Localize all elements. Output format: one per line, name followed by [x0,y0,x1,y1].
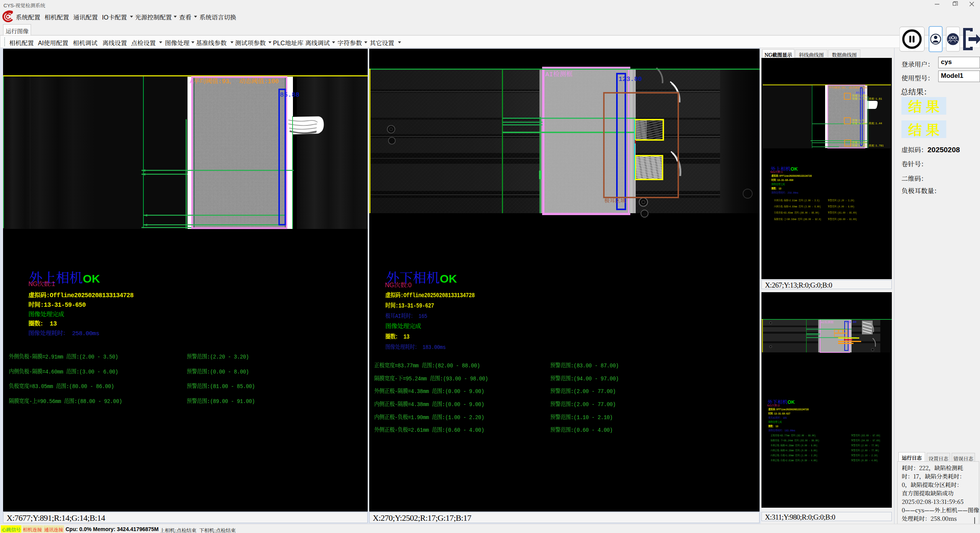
svg-text:平均阈值:93, 动态阈值:100: 平均阈值:93, 动态阈值:100 [829,86,867,89]
svg-text:123.80: 123.80 [618,76,642,83]
svg-text:85.88: 85.88 [856,91,865,94]
svg-text:宽度:1.57: 宽度:1.57 [852,119,865,122]
svg-text:宽度:0.887 高度:1.44: 宽度:0.887 高度:1.44 [852,122,882,125]
svg-text:宽度:1.775 高度:1.61: 宽度:1.775 高度:1.61 [852,97,882,100]
svg-text:123.80: 123.80 [845,320,857,324]
svg-text:85.88: 85.88 [280,91,299,99]
svg-text:宽度:1.226: 宽度:1.226 [852,94,867,97]
svg-text:AI检测框: AI检测框 [545,71,572,78]
svg-text:宽度:1.391: 宽度:1.391 [852,141,867,144]
svg-text:平均阈值:93， 动态阈值:100: 平均阈值:93， 动态阈值:100 [193,78,279,85]
svg-text:AI检测框: AI检测框 [821,321,834,324]
svg-text:极耳区域: 极耳区域 [604,198,626,204]
svg-text:宽度:1.221 高度:1.781: 宽度:1.221 高度:1.781 [852,144,884,147]
